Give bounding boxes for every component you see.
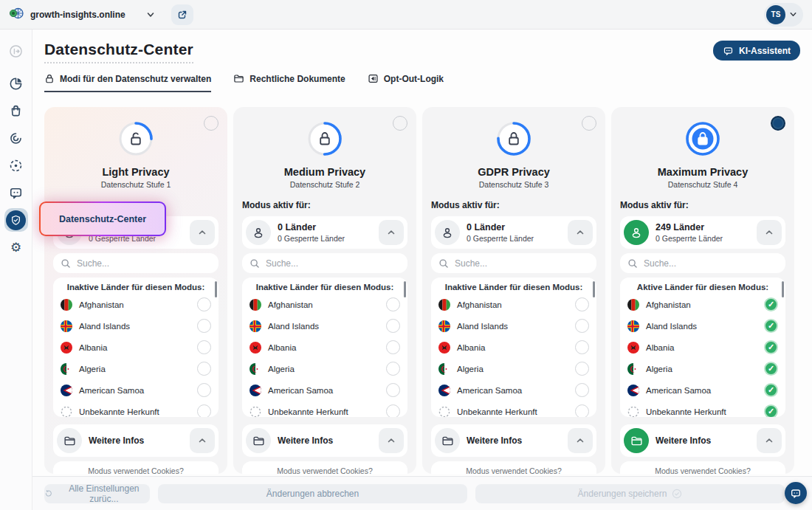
ki-assistent-button[interactable]: KI-Assistent xyxy=(713,41,800,61)
country-unchecked-circle[interactable] xyxy=(197,383,211,397)
mode-select-radio[interactable] xyxy=(582,116,596,131)
chat-fab-button[interactable] xyxy=(785,482,807,504)
collapse-more-info-button[interactable] xyxy=(379,428,404,453)
privacy-mode-card-medium-privacy[interactable]: Medium Privacy Datenschutz Stufe 2 Modus… xyxy=(233,107,416,474)
footer-bar: Alle Einstellungen zurüc... Änderungen a… xyxy=(32,476,812,510)
country-row[interactable]: Aland Islands xyxy=(61,315,211,337)
collapse-countries-button[interactable] xyxy=(757,220,782,245)
chevron-up-icon xyxy=(198,228,207,237)
country-unchecked-circle[interactable] xyxy=(575,297,589,311)
country-unchecked-circle[interactable] xyxy=(575,340,589,354)
country-row[interactable]: Algeria xyxy=(61,358,211,379)
country-unchecked-circle[interactable] xyxy=(197,340,211,354)
country-checked-icon[interactable]: ✓ xyxy=(764,340,778,354)
site-brand[interactable]: growth-insights.online xyxy=(9,7,125,23)
country-unchecked-circle[interactable] xyxy=(575,362,589,376)
collapse-more-info-button[interactable] xyxy=(190,428,215,453)
privacy-mode-card-gdpr-privacy[interactable]: GDPR Privacy Datenschutz Stufe 3 Modus a… xyxy=(422,107,605,474)
country-row[interactable]: Unbekannte Herkunft xyxy=(61,401,211,417)
country-unchecked-circle[interactable] xyxy=(197,362,211,376)
country-row[interactable]: Albania xyxy=(438,337,589,358)
open-external-button[interactable] xyxy=(171,4,193,25)
mode-select-radio[interactable] xyxy=(204,116,219,131)
country-row[interactable]: Unbekannte Herkunft xyxy=(438,401,589,417)
list-scrollbar[interactable] xyxy=(782,281,784,297)
tab-modi-verwalten[interactable]: Modi für den Datenschutz verwalten xyxy=(44,73,211,92)
collapse-countries-button[interactable] xyxy=(568,220,593,245)
collapse-more-info-button[interactable] xyxy=(757,428,782,453)
country-unchecked-circle[interactable] xyxy=(386,383,400,397)
country-unchecked-circle[interactable] xyxy=(197,319,211,333)
list-scrollbar[interactable] xyxy=(215,281,217,297)
country-row[interactable]: Aland Islands ✓ xyxy=(627,315,778,337)
country-unchecked-circle[interactable] xyxy=(575,319,589,333)
country-search-input[interactable]: Suche... xyxy=(431,253,596,273)
sidebar-collapse-button[interactable] xyxy=(4,39,28,63)
country-count-row: 249 Länder 0 Gesperrte Länder xyxy=(620,216,785,249)
sidebar-item-analytics[interactable] xyxy=(4,72,28,95)
countries-pin-icon xyxy=(630,226,643,239)
collapse-more-info-button[interactable] xyxy=(568,428,593,453)
country-checked-icon[interactable]: ✓ xyxy=(764,362,778,376)
cancel-changes-button[interactable]: Änderungen abbrechen xyxy=(158,484,467,503)
collapse-countries-button[interactable] xyxy=(190,220,215,245)
list-scrollbar[interactable] xyxy=(404,281,406,297)
country-checked-icon[interactable]: ✓ xyxy=(764,319,778,333)
country-unchecked-circle[interactable] xyxy=(386,319,400,333)
country-row[interactable]: Algeria ✓ xyxy=(627,358,778,379)
country-unchecked-circle[interactable] xyxy=(197,297,211,311)
country-row[interactable]: Afghanistan xyxy=(250,294,400,315)
country-row[interactable]: Algeria xyxy=(438,358,589,379)
country-name: Afghanistan xyxy=(646,300,691,309)
chevron-down-icon[interactable] xyxy=(146,10,155,19)
country-row[interactable]: Aland Islands xyxy=(250,315,400,337)
privacy-level-ring-icon xyxy=(685,121,720,156)
country-row[interactable]: Unbekannte Herkunft ✓ xyxy=(627,401,778,417)
country-checked-icon[interactable]: ✓ xyxy=(764,404,778,417)
list-scrollbar[interactable] xyxy=(593,281,595,297)
save-changes-button[interactable]: Änderungen speichern xyxy=(475,484,785,503)
country-search-input[interactable]: Suche... xyxy=(620,253,785,273)
country-search-input[interactable]: Suche... xyxy=(242,253,407,273)
country-unchecked-circle[interactable] xyxy=(386,404,400,417)
country-row[interactable]: Afghanistan ✓ xyxy=(627,294,778,315)
country-checked-icon[interactable]: ✓ xyxy=(764,297,778,311)
user-menu[interactable]: TS xyxy=(764,3,803,27)
mode-select-radio[interactable] xyxy=(393,116,407,131)
country-row[interactable]: American Samoa ✓ xyxy=(627,379,778,401)
country-row[interactable]: Albania ✓ xyxy=(627,337,778,358)
privacy-mode-card-maximum-privacy[interactable]: Maximum Privacy Datenschutz Stufe 4 Modu… xyxy=(611,107,794,474)
country-search-input[interactable]: Suche... xyxy=(53,253,219,273)
sidebar-item-tracking[interactable] xyxy=(4,154,28,177)
collapse-countries-button[interactable] xyxy=(379,220,404,245)
sidebar-item-settings[interactable]: ⚙ xyxy=(4,235,28,259)
country-row[interactable]: Albania xyxy=(61,337,211,358)
country-unchecked-circle[interactable] xyxy=(575,404,589,417)
country-row[interactable]: American Samoa xyxy=(438,379,589,401)
country-unchecked-circle[interactable] xyxy=(386,297,400,311)
country-row[interactable]: American Samoa xyxy=(61,379,211,401)
country-unchecked-circle[interactable] xyxy=(386,362,400,376)
flag-icon xyxy=(250,363,261,375)
country-row[interactable]: Algeria xyxy=(250,358,400,379)
country-unchecked-circle[interactable] xyxy=(386,340,400,354)
country-row[interactable]: American Samoa xyxy=(250,379,400,401)
privacy-mode-card-light-privacy[interactable]: Light Privacy Datenschutz Stufe 1 Modus … xyxy=(44,107,227,474)
country-row[interactable]: Afghanistan xyxy=(438,294,589,315)
flag-icon xyxy=(438,320,450,332)
sidebar-item-privacy[interactable] xyxy=(4,208,28,232)
country-row[interactable]: Aland Islands xyxy=(438,315,589,337)
country-row[interactable]: Unbekannte Herkunft xyxy=(250,401,400,417)
country-unchecked-circle[interactable] xyxy=(575,383,589,397)
tab-opt-out-logik[interactable]: Opt-Out-Logik xyxy=(368,73,444,92)
country-checked-icon[interactable]: ✓ xyxy=(764,383,778,397)
sidebar-item-chat[interactable] xyxy=(4,181,28,204)
mode-select-radio[interactable] xyxy=(771,116,785,131)
country-row[interactable]: Albania xyxy=(250,337,400,358)
sidebar-item-shop[interactable] xyxy=(4,99,28,123)
country-unchecked-circle[interactable] xyxy=(197,404,211,417)
tab-rechtliche-dokumente[interactable]: Rechtliche Dokumente xyxy=(233,73,345,92)
reset-all-settings-button[interactable]: Alle Einstellungen zurüc... xyxy=(44,484,150,503)
sidebar-item-history[interactable] xyxy=(4,126,28,150)
country-row[interactable]: Afghanistan xyxy=(61,294,211,315)
